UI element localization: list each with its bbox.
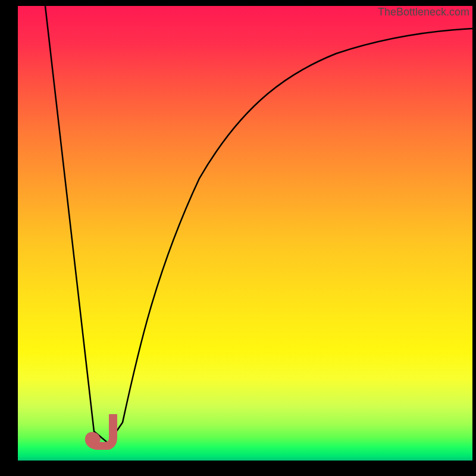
curve-path (45, 6, 472, 443)
j-marker-icon (83, 414, 125, 450)
j-marker-path (89, 415, 113, 446)
bottleneck-curve (18, 6, 472, 461)
watermark-text: TheBottleneck.com (378, 6, 469, 18)
chart-container: TheBottleneck.com (18, 6, 472, 461)
